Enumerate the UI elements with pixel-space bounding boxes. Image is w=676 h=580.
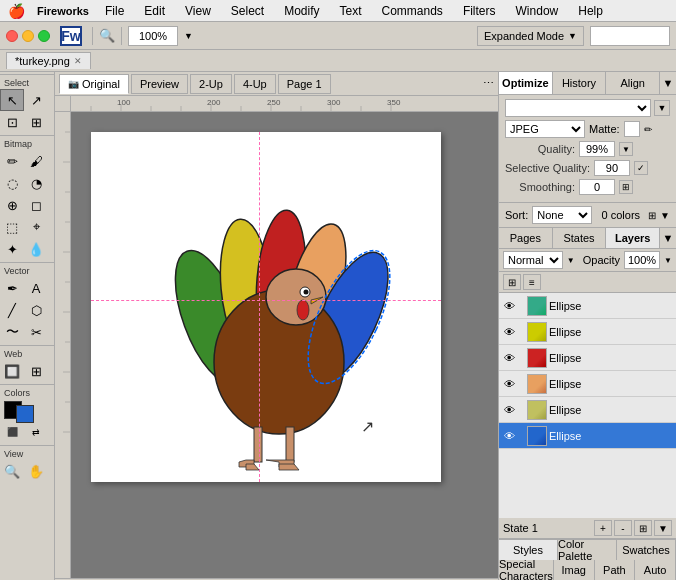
selective-quality-input[interactable]: [594, 160, 630, 176]
quality-arrow[interactable]: ▼: [619, 142, 633, 156]
state-add-icon[interactable]: +: [594, 520, 612, 536]
canvas-options[interactable]: ⋯: [483, 77, 494, 90]
tab-path[interactable]: Path: [595, 560, 636, 580]
tab-styles[interactable]: Styles: [499, 540, 558, 560]
tab-4up[interactable]: 4-Up: [234, 74, 276, 94]
default-colors-icon[interactable]: ⬛: [0, 421, 24, 443]
menu-file[interactable]: File: [101, 2, 128, 20]
menu-window[interactable]: Window: [512, 2, 563, 20]
layer-eye-3[interactable]: 👁: [501, 350, 517, 366]
pen-tool[interactable]: ✒: [0, 277, 24, 299]
line-tool[interactable]: ╱: [0, 299, 24, 321]
freeform-tool[interactable]: 〜: [0, 321, 24, 343]
eraser-tool[interactable]: ◻: [24, 194, 48, 216]
tab-special-chars[interactable]: Special Characters: [499, 560, 554, 580]
layer-item-6[interactable]: 👁 Ellipse: [499, 423, 676, 449]
new-layer-icon[interactable]: ⊞: [503, 274, 521, 290]
tab-history[interactable]: History: [553, 72, 607, 94]
tab-page1[interactable]: Page 1: [278, 74, 331, 94]
layer-item-4[interactable]: 👁 Ellipse: [499, 371, 676, 397]
menu-help[interactable]: Help: [574, 2, 607, 20]
sort-options-icon[interactable]: ⊞: [648, 210, 656, 221]
knife-tool[interactable]: ✂: [24, 321, 48, 343]
lasso-tool[interactable]: ⌖: [24, 216, 48, 238]
fill-color-swatch[interactable]: [16, 405, 34, 423]
menu-view[interactable]: View: [181, 2, 215, 20]
eyedropper-tool[interactable]: 💧: [24, 238, 48, 260]
tab-states[interactable]: States: [553, 228, 607, 248]
format-select[interactable]: JPEG: [505, 120, 585, 138]
maximize-button[interactable]: [38, 30, 50, 42]
select-pointer-tool[interactable]: ↖: [0, 89, 24, 111]
layer-eye-4[interactable]: 👁: [501, 376, 517, 392]
opacity-input[interactable]: [624, 251, 660, 269]
zoom-input[interactable]: [128, 26, 178, 46]
tab-preview[interactable]: Preview: [131, 74, 188, 94]
state-arrange-icon[interactable]: ▼: [654, 520, 672, 536]
magic-wand-tool[interactable]: ✦: [0, 238, 24, 260]
close-button[interactable]: [6, 30, 18, 42]
file-tab[interactable]: *turkey.png ✕: [6, 52, 91, 69]
tab-optimize[interactable]: Optimize: [499, 72, 553, 94]
quality-input[interactable]: [579, 141, 615, 157]
text-tool[interactable]: A: [24, 277, 48, 299]
menu-select[interactable]: Select: [227, 2, 268, 20]
opacity-arrow[interactable]: ▼: [664, 256, 672, 265]
layer-eye-2[interactable]: 👁: [501, 324, 517, 340]
layer-item-5[interactable]: 👁 Ellipse: [499, 397, 676, 423]
matte-color[interactable]: [624, 121, 640, 137]
menu-commands[interactable]: Commands: [378, 2, 447, 20]
layer-eye-1[interactable]: 👁: [501, 298, 517, 314]
tab-original[interactable]: 📷 Original: [59, 74, 129, 94]
apple-menu[interactable]: 🍎: [8, 3, 25, 19]
hotspot-tool[interactable]: 🔲: [0, 360, 24, 382]
state-options-icon[interactable]: ⊞: [634, 520, 652, 536]
blend-arrow-icon[interactable]: ▼: [567, 256, 575, 265]
zoom-tool[interactable]: 🔍: [0, 460, 24, 482]
layer-eye-6[interactable]: 👁: [501, 428, 517, 444]
matte-edit-icon[interactable]: ✏: [644, 124, 652, 135]
menu-filters[interactable]: Filters: [459, 2, 500, 20]
selective-quality-checkbox[interactable]: ✓: [634, 161, 648, 175]
sort-options2-icon[interactable]: ▼: [660, 210, 670, 221]
tab-2up[interactable]: 2-Up: [190, 74, 232, 94]
layer-item-1[interactable]: 👁 Ellipse: [499, 293, 676, 319]
select-subselect-tool[interactable]: ↗: [24, 89, 48, 111]
state-delete-icon[interactable]: -: [614, 520, 632, 536]
burn-tool[interactable]: ◔: [24, 172, 48, 194]
zoom-arrow-icon[interactable]: ▼: [184, 31, 193, 41]
tab-color-palette[interactable]: Color Palette: [558, 540, 617, 560]
export-tool[interactable]: ⊞: [24, 111, 48, 133]
minimize-button[interactable]: [22, 30, 34, 42]
menu-text[interactable]: Text: [336, 2, 366, 20]
preset-arrow[interactable]: ▼: [654, 100, 670, 116]
new-sublayer-icon[interactable]: ≡: [523, 274, 541, 290]
swap-colors-icon[interactable]: ⇄: [24, 421, 48, 443]
shape-tool[interactable]: ⬡: [24, 299, 48, 321]
paint-tool[interactable]: 🖌: [24, 150, 48, 172]
file-tab-close-icon[interactable]: ✕: [74, 56, 82, 66]
canvas[interactable]: ↗: [91, 132, 441, 482]
search-input[interactable]: [590, 26, 670, 46]
layer-item-3[interactable]: 👁 Ellipse: [499, 345, 676, 371]
smoothing-input[interactable]: [579, 179, 615, 195]
layers-options-icon[interactable]: ▼: [660, 228, 676, 248]
layer-item-2[interactable]: 👁 Ellipse: [499, 319, 676, 345]
menu-edit[interactable]: Edit: [140, 2, 169, 20]
marquee-tool[interactable]: ⬚: [0, 216, 24, 238]
preset-select[interactable]: [505, 99, 651, 117]
slice-tool[interactable]: ⊞: [24, 360, 48, 382]
blur-tool[interactable]: ◌: [0, 172, 24, 194]
blend-mode-select[interactable]: Normal: [503, 251, 563, 269]
layer-eye-5[interactable]: 👁: [501, 402, 517, 418]
tab-imag[interactable]: Imag: [554, 560, 595, 580]
pan-tool[interactable]: ✋: [24, 460, 48, 482]
rubber-stamp-tool[interactable]: ⊕: [0, 194, 24, 216]
crop-tool[interactable]: ⊡: [0, 111, 24, 133]
tab-layers[interactable]: Layers: [606, 228, 660, 248]
tab-align[interactable]: Align: [606, 72, 660, 94]
panel-options-icon[interactable]: ▼: [660, 72, 676, 94]
sort-select[interactable]: None: [532, 206, 592, 224]
smoothing-stepper[interactable]: ⊞: [619, 180, 633, 194]
pencil-tool[interactable]: ✏: [0, 150, 24, 172]
